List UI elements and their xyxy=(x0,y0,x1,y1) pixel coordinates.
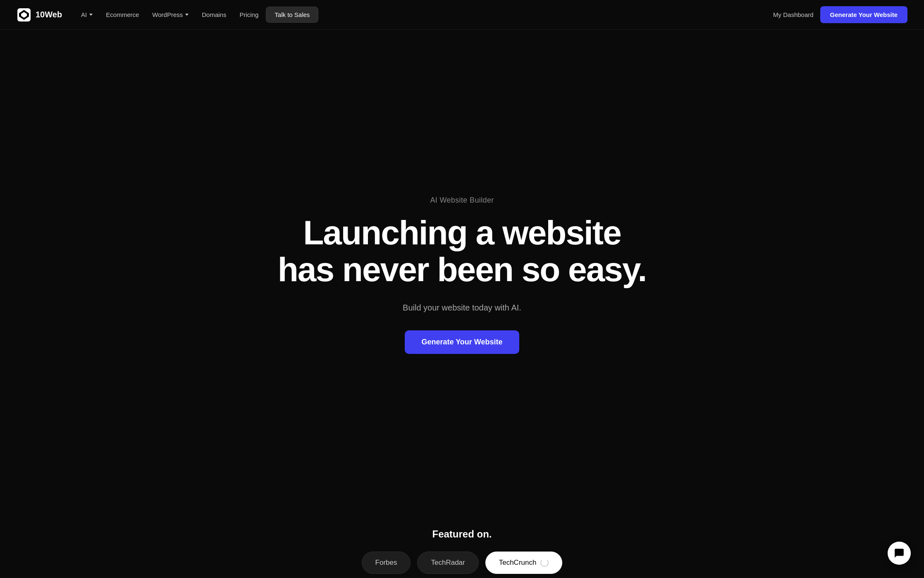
nav-link-ecommerce[interactable]: Ecommerce xyxy=(100,8,145,21)
navbar-right: My Dashboard Generate Your Website xyxy=(773,6,907,23)
talk-to-sales-button[interactable]: Talk to Sales xyxy=(266,7,318,23)
logo-link[interactable]: 10Web xyxy=(17,7,62,22)
hero-title: Launching a website has never been so ea… xyxy=(276,215,648,288)
nav-link-ai[interactable]: AI xyxy=(75,8,98,21)
generate-website-button-hero[interactable]: Generate Your Website xyxy=(405,330,519,354)
brand-name: 10Web xyxy=(36,10,62,19)
hero-subtitle: Build your website today with AI. xyxy=(403,301,521,314)
nav-links: AI Ecommerce WordPress Domains Pricing T… xyxy=(75,7,318,23)
featured-title: Featured on. xyxy=(432,528,492,540)
chat-button[interactable] xyxy=(888,542,911,565)
loading-spinner-icon xyxy=(540,559,549,567)
featured-section: Featured on. Forbes TechRadar TechCrunch xyxy=(0,512,924,578)
chat-bubble-icon xyxy=(894,548,905,559)
featured-logo-techradar[interactable]: TechRadar xyxy=(417,552,478,574)
hero-eyebrow: AI Website Builder xyxy=(430,196,494,205)
featured-logo-forbes[interactable]: Forbes xyxy=(362,552,411,574)
hero-section: AI Website Builder Launching a website h… xyxy=(0,30,924,512)
featured-logos: Forbes TechRadar TechCrunch xyxy=(362,552,563,574)
nav-link-domains[interactable]: Domains xyxy=(196,8,232,21)
my-dashboard-button[interactable]: My Dashboard xyxy=(773,11,814,18)
nav-link-pricing[interactable]: Pricing xyxy=(234,8,264,21)
chevron-down-icon xyxy=(185,14,189,16)
generate-website-button-nav[interactable]: Generate Your Website xyxy=(820,6,907,23)
nav-link-wordpress[interactable]: WordPress xyxy=(146,8,194,21)
featured-logo-techcrunch[interactable]: TechCrunch xyxy=(485,552,563,574)
chevron-down-icon xyxy=(89,14,93,16)
navbar: 10Web AI Ecommerce WordPress Domains Pri… xyxy=(0,0,924,30)
logo-icon xyxy=(17,7,31,22)
navbar-left: 10Web AI Ecommerce WordPress Domains Pri… xyxy=(17,7,318,23)
